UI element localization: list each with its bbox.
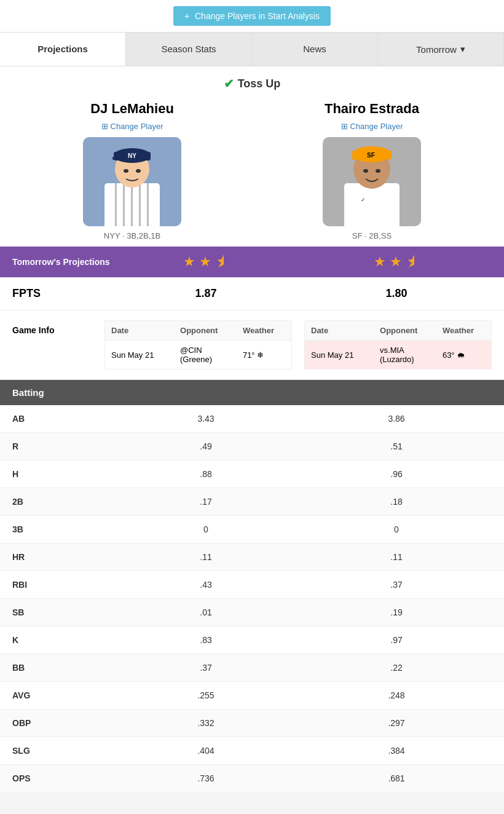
- stat-label: BB: [12, 663, 111, 673]
- stat-p2-val: .22: [301, 663, 492, 673]
- stat-row: 2B .17 .18: [0, 488, 504, 516]
- projections-label: Tomorrow's Projections: [12, 257, 111, 267]
- player1-game-opponent: @CIN (Greene): [174, 341, 237, 369]
- plus-icon: +: [184, 11, 189, 21]
- stat-p1-val: 3.43: [111, 414, 301, 424]
- date-header: Date: [105, 321, 175, 341]
- stat-p1-val: .404: [111, 746, 301, 756]
- stat-p2-val: .37: [301, 580, 492, 590]
- svg-rect-10: [112, 157, 125, 160]
- player2-photo: SF ✓: [323, 137, 421, 226]
- stat-p1-val: .17: [111, 497, 301, 507]
- player2-game-weather: 63° 🌧: [436, 341, 492, 369]
- stat-label: RBI: [12, 580, 111, 590]
- change-players-button[interactable]: + Change Players in Start Analysis: [173, 6, 331, 26]
- stat-p2-val: 3.86: [301, 414, 492, 424]
- stat-row: R .49 .51: [0, 433, 504, 460]
- player2-game-table-wrap: Date Opponent Weather Sun May 21 vs.MIA …: [304, 320, 492, 369]
- weather-icon2: 🌧: [457, 350, 465, 360]
- player1-stars: ★ ★ ⯨: [111, 254, 301, 270]
- stat-p2-val: .384: [301, 746, 492, 756]
- stat-label: 3B: [12, 524, 111, 534]
- svg-rect-19: [352, 157, 363, 160]
- stat-p1-val: .88: [111, 469, 301, 479]
- chevron-down-icon: ▾: [460, 44, 465, 55]
- stat-p2-val: .96: [301, 469, 492, 479]
- toss-up-label: ✔ Toss Up: [0, 76, 504, 91]
- projections-row: Tomorrow's Projections ★ ★ ⯨ ★ ★ ⯨: [0, 247, 504, 277]
- star6: ⯨: [406, 254, 419, 269]
- weather-icon1: ❄: [257, 350, 264, 360]
- stat-p1-val: .736: [111, 773, 301, 783]
- tab-nav: Projections Season Stats News Tomorrow ▾: [0, 33, 504, 66]
- stat-p1-val: .43: [111, 580, 301, 590]
- stat-label: SLG: [12, 746, 111, 756]
- stat-p2-val: .297: [301, 718, 492, 728]
- svg-rect-5: [139, 183, 141, 226]
- stat-p2-val: .97: [301, 635, 492, 645]
- stat-row: OPS .736 .681: [0, 765, 504, 792]
- stat-p1-val: .83: [111, 635, 301, 645]
- stat-p1-val: .01: [111, 607, 301, 617]
- svg-point-21: [363, 169, 368, 173]
- fpts-row: FPTS 1.87 1.80: [0, 277, 504, 310]
- stat-label: H: [12, 469, 111, 479]
- stat-p2-val: .51: [301, 441, 492, 451]
- stat-p2-val: .19: [301, 607, 492, 617]
- svg-rect-3: [123, 183, 125, 226]
- star2: ★: [199, 254, 211, 269]
- player2-change-button[interactable]: ⊞ Change Player: [341, 122, 403, 131]
- player1-col: DJ LeMahieu ⊞ Change Player: [12, 101, 252, 240]
- player1-fpts: 1.87: [111, 287, 301, 300]
- weather-header: Weather: [237, 321, 292, 341]
- svg-point-13: [136, 169, 141, 173]
- stat-label: SB: [12, 607, 111, 617]
- check-icon: ✔: [224, 76, 234, 91]
- stat-row: H .88 .96: [0, 460, 504, 488]
- player1-game-date: Sun May 21: [105, 341, 175, 369]
- player2-col: Thairo Estrada ⊞ Change Player: [252, 101, 492, 240]
- star1: ★: [183, 254, 195, 269]
- player2-fpts: 1.80: [301, 287, 492, 300]
- tab-news[interactable]: News: [252, 33, 378, 66]
- stat-row: SB .01 .19: [0, 599, 504, 626]
- date-header2: Date: [305, 321, 374, 341]
- stat-row: BB .37 .22: [0, 654, 504, 682]
- tab-season-stats[interactable]: Season Stats: [126, 33, 252, 66]
- player1-svg: NY: [83, 137, 181, 226]
- stat-row: K .83 .97: [0, 626, 504, 654]
- stats-container: AB 3.43 3.86 R .49 .51 H .88 .96 2B .17 …: [0, 405, 504, 792]
- stat-p2-val: 0: [301, 524, 492, 534]
- player2-game-opponent: vs.MIA (Luzardo): [374, 341, 436, 369]
- stat-p1-val: 0: [111, 524, 301, 534]
- stat-row: OBP .332 .297: [0, 709, 504, 737]
- player1-change-button[interactable]: ⊞ Change Player: [101, 122, 163, 131]
- svg-point-12: [124, 169, 128, 173]
- svg-rect-2: [115, 183, 117, 226]
- game-info-row: Game Info Date Opponent Weather Sun May …: [0, 310, 504, 380]
- opponent-header: Opponent: [174, 321, 237, 341]
- stat-row: SLG .404 .384: [0, 737, 504, 765]
- stat-label: OBP: [12, 718, 111, 728]
- player2-stars: ★ ★ ⯨: [301, 254, 492, 270]
- player1-name: DJ LeMahieu: [12, 101, 252, 117]
- stat-row: HR .11 .11: [0, 543, 504, 571]
- svg-rect-15: [344, 183, 400, 226]
- stat-label: 2B: [12, 497, 111, 507]
- weather-header2: Weather: [436, 321, 492, 341]
- stat-label: R: [12, 441, 111, 451]
- player2-game-table: Date Opponent Weather Sun May 21 vs.MIA …: [304, 320, 492, 369]
- stat-label: AB: [12, 414, 111, 424]
- top-bar: + Change Players in Start Analysis: [0, 0, 504, 33]
- tab-tomorrow[interactable]: Tomorrow ▾: [378, 33, 504, 66]
- stat-p2-val: .681: [301, 773, 492, 783]
- stat-label: K: [12, 635, 111, 645]
- player2-svg: SF ✓: [323, 137, 421, 226]
- tab-projections[interactable]: Projections: [0, 33, 126, 66]
- stat-row: AVG .255 .248: [0, 682, 504, 709]
- batting-header: Batting: [0, 380, 504, 405]
- stat-label: HR: [12, 552, 111, 562]
- player2-game-date: Sun May 21: [305, 341, 374, 369]
- stat-p1-val: .332: [111, 718, 301, 728]
- toss-up-header: ✔ Toss Up: [0, 66, 504, 95]
